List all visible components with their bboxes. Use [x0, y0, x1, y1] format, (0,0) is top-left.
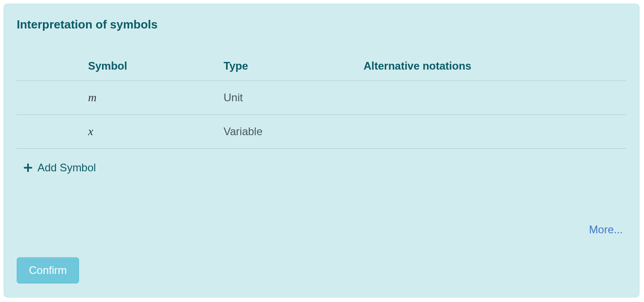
symbol-cell: m: [84, 81, 220, 115]
table-header-alternative: Alternative notations: [360, 54, 626, 81]
table-row[interactable]: m Unit: [17, 81, 626, 115]
panel-title: Interpretation of symbols: [17, 18, 626, 32]
table-header-type: Type: [220, 54, 360, 81]
confirm-button[interactable]: Confirm: [17, 257, 79, 283]
symbol-glyph: m: [88, 91, 97, 104]
more-link[interactable]: More...: [589, 223, 623, 236]
add-symbol-button[interactable]: Add Symbol: [23, 161, 96, 174]
type-cell: Unit: [220, 81, 360, 115]
add-symbol-label: Add Symbol: [37, 161, 96, 174]
row-leading-cell: [17, 81, 84, 115]
alternative-cell: [360, 81, 626, 115]
table-header-spacer: [17, 54, 84, 81]
alternative-cell: [360, 115, 626, 149]
symbols-table: Symbol Type Alternative notations m Unit…: [17, 54, 626, 149]
type-cell: Variable: [220, 115, 360, 149]
symbol-cell: x: [84, 115, 220, 149]
table-header-symbol: Symbol: [84, 54, 220, 81]
table-row[interactable]: x Variable: [17, 115, 626, 149]
symbols-panel: Interpretation of symbols Symbol Type Al…: [4, 4, 639, 297]
plus-icon: [23, 163, 33, 173]
symbol-glyph: x: [88, 125, 93, 138]
svg-rect-1: [24, 167, 32, 169]
row-leading-cell: [17, 115, 84, 149]
table-header-row: Symbol Type Alternative notations: [17, 54, 626, 81]
